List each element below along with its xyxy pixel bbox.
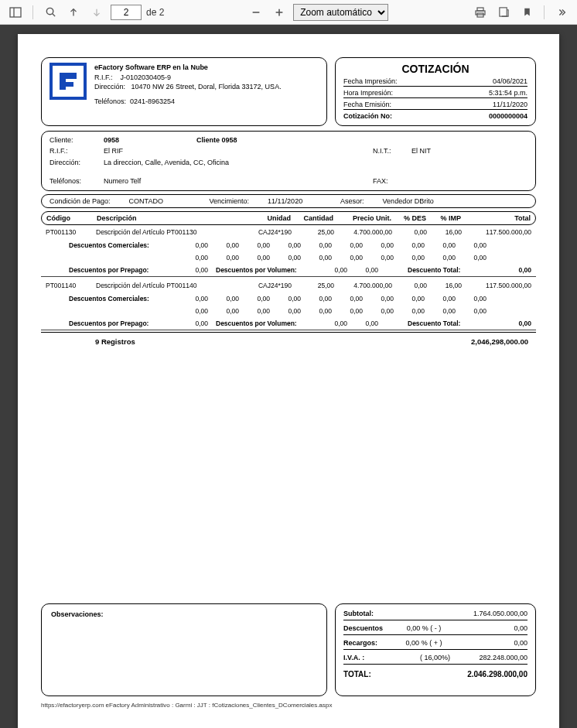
- discount-commercial-row: Descuentos Comerciales:0,000,000,000,000…: [41, 239, 536, 251]
- discount-summary-row: Descuentos por Prepago:0,00Descuentos po…: [41, 264, 536, 277]
- client-box: Cliente: 0958 Cliente 0958 R.I.F.:El RIF…: [41, 131, 536, 191]
- prev-page-icon[interactable]: [64, 3, 83, 22]
- pdf-viewer[interactable]: eFactory Software ERP en la Nube R.I.F.:…: [0, 25, 577, 728]
- bookmark-icon[interactable]: [517, 3, 536, 22]
- svg-point-2: [46, 8, 53, 14]
- pdf-page: eFactory Software ERP en la Nube R.I.F.:…: [18, 34, 559, 728]
- observations-box: Observaciones:: [41, 603, 327, 696]
- page-footer: https://efactoryerp.com eFactory Adminis…: [41, 702, 536, 709]
- discount-commercial-row: 0,000,000,000,000,000,000,000,000,000,00: [41, 251, 536, 264]
- company-logo: [50, 63, 87, 100]
- download-icon[interactable]: [494, 3, 513, 22]
- discount-summary-row: Descuentos por Prepago:0,00Descuentos po…: [41, 317, 536, 330]
- svg-line-3: [52, 14, 54, 16]
- table-row: PT001140Descripción del Artículo PT00114…: [41, 279, 536, 292]
- discount-commercial-row: 0,000,000,000,000,000,000,000,000,000,00: [41, 305, 536, 317]
- table-header: Código Descripción Unidad Cantidad Preci…: [41, 211, 536, 225]
- sidebar-toggle-icon[interactable]: [6, 3, 25, 22]
- meta-box: COTIZACIÓN Fecha Impresión:04/06/2021 Ho…: [335, 57, 536, 126]
- lines-container: PT001130Descripción del Artículo PT00113…: [41, 225, 536, 330]
- search-icon[interactable]: [41, 3, 60, 22]
- discount-commercial-row: Descuentos Comerciales:0,000,000,000,000…: [41, 292, 536, 305]
- svg-rect-10: [499, 8, 506, 16]
- company-box: eFactory Software ERP en la Nube R.I.F.:…: [41, 57, 327, 126]
- totals-box: Subtotal:1.764.050.000,00 Descuentos0,00…: [335, 603, 536, 696]
- print-icon[interactable]: [471, 3, 490, 22]
- more-tools-icon[interactable]: [552, 3, 571, 22]
- zoom-out-icon[interactable]: [247, 3, 265, 22]
- company-name: eFactory Software ERP en la Nube: [94, 63, 208, 71]
- page-count-label: de 2: [146, 7, 164, 18]
- table-row: PT001130Descripción del Artículo PT00113…: [41, 225, 536, 239]
- zoom-select[interactable]: Zoom automático: [293, 4, 388, 21]
- zoom-in-icon[interactable]: [270, 3, 288, 22]
- summary-row: 9 Registros 2,046,298,000.00: [41, 333, 536, 350]
- svg-rect-7: [477, 8, 483, 11]
- next-page-icon[interactable]: [87, 3, 106, 22]
- conditions-box: Condición de Pago: CONTADO Vencimiento: …: [41, 194, 536, 208]
- doc-title: COTIZACIÓN: [343, 63, 527, 75]
- svg-rect-0: [10, 8, 21, 17]
- page-number-input[interactable]: [111, 5, 142, 20]
- pdf-toolbar: de 2 Zoom automático: [0, 0, 577, 25]
